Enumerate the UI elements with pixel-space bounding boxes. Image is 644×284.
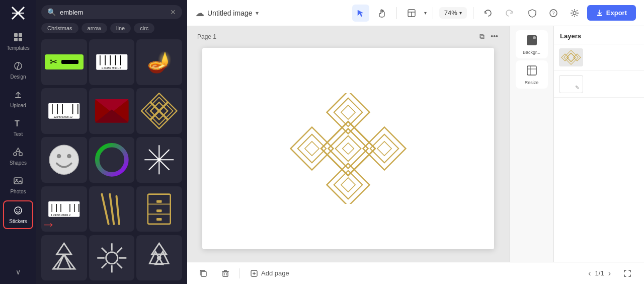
stickers-icon [13,205,23,217]
tag-line[interactable]: line [110,23,131,33]
grid-item-13[interactable] [41,235,87,281]
svg-point-87 [533,36,536,39]
sidebar-item-stickers-label: Stickers [9,219,27,224]
doc-title: Untitled image [207,9,253,17]
help-button[interactable]: ? [545,5,562,22]
shapes-icon [13,147,23,159]
layer-item-background[interactable]: ✎ [554,71,644,98]
svg-rect-13 [14,178,22,184]
svg-line-47 [116,196,119,224]
resize-tool-button[interactable]: Resize [516,60,548,89]
page-copy-icon[interactable]: ⧉ [478,31,486,42]
search-input[interactable] [60,9,166,16]
grid-item-1[interactable]: ✂ [41,39,87,85]
background-tool-label: Backgr... [523,50,540,55]
grid-item-3[interactable]: 🪔 [136,39,182,85]
grid-item-11[interactable] [89,186,135,232]
fullscreen-button[interactable] [619,265,636,282]
sidebar-collapse-chevron[interactable]: ∨ [12,264,25,280]
copy-page-button[interactable] [195,267,211,279]
background-tool-icon [526,34,538,49]
sidebar-item-templates[interactable]: Templates [3,28,33,55]
grid-item-12[interactable] [136,186,182,232]
grid-item-8[interactable] [89,137,135,183]
canvas[interactable] [202,48,494,249]
clear-search-icon[interactable]: ✕ [170,8,176,16]
svg-marker-59 [152,243,167,254]
zoom-control[interactable]: 74% ▾ [439,7,467,19]
svg-text:||||| ||| |||: ||||| ||| ||| [97,54,130,65]
add-page-button[interactable]: Add page [246,267,293,279]
tag-christmas[interactable]: Christmas [41,23,78,33]
next-page-button[interactable]: › [608,269,611,278]
svg-rect-3 [14,33,18,37]
page-nav: ‹ 1/1 › [588,269,611,278]
svg-point-35 [67,154,71,159]
page-label: Page 1 [197,33,216,40]
svg-text:✎: ✎ [575,85,579,90]
sidebar-item-design[interactable]: Design [3,57,33,84]
svg-rect-76 [305,141,319,155]
sidebar-item-shapes[interactable]: Shapes [3,143,33,170]
page-count: 1/1 [595,269,604,277]
zoom-chevron: ▾ [459,10,462,16]
sidebar-item-photos-label: Photos [10,189,26,194]
toolbar-divider-2 [433,7,433,19]
templates-icon [13,32,23,44]
svg-rect-97 [201,271,206,276]
grid-item-2[interactable]: ||||| ||| ||| 1 23456 78901 2 [89,39,135,85]
undo-button[interactable] [479,5,497,22]
delete-page-button[interactable] [217,267,233,279]
bottom-bar: Add page ‹ 1/1 › [187,262,644,284]
sidebar-item-shapes-label: Shapes [10,160,27,166]
sidebar-item-text-label: Text [14,131,23,137]
grid-item-6[interactable] [136,88,182,134]
shield-button[interactable] [524,5,541,22]
layer-item-emblem[interactable] [554,44,644,71]
grid-item-15[interactable] [136,235,182,281]
grid-item-10[interactable]: ||| ||| |||| 1 23456 78901 2 [41,186,87,232]
export-button[interactable]: Export [587,5,636,21]
svg-rect-53 [156,218,162,221]
redo-button[interactable] [501,5,518,22]
svg-point-41 [158,159,161,162]
settings-button[interactable] [566,5,583,22]
background-tool-button[interactable]: Backgr... [516,30,548,58]
sidebar-item-text[interactable]: T Text [3,114,33,141]
zoom-value: 74% [444,9,457,17]
select-tool-button[interactable] [352,5,369,22]
svg-marker-55 [53,254,64,269]
svg-rect-70 [321,121,375,175]
search-results-grid: ✂ ||||| ||| ||| 1 23456 78901 2 🪔 ||| ||… [36,37,187,284]
svg-point-36 [97,146,126,175]
page-area: Page 1 ⧉ ••• [187,26,509,262]
layout-tool-chevron[interactable]: ▾ [424,10,427,16]
grid-item-4[interactable]: ||| || |||| 12345 67890 12 [41,88,87,134]
text-icon: T [13,118,23,130]
layout-tool-button[interactable] [403,5,420,22]
tag-circle[interactable]: circ [134,23,154,33]
grid-item-5[interactable] [89,88,135,134]
svg-rect-82 [341,105,355,119]
sidebar-item-photos[interactable]: Photos [3,172,33,198]
svg-marker-54 [57,243,71,254]
svg-rect-80 [327,93,370,133]
svg-point-15 [15,207,22,214]
tag-arrow[interactable]: arrow [82,23,108,33]
grid-item-9[interactable] [136,137,182,183]
hand-tool-button[interactable] [373,5,390,22]
sidebar-item-stickers[interactable]: Stickers [3,200,33,229]
sidebar-item-upload[interactable]: Upload [3,86,33,112]
sidebar-item-upload-label: Upload [10,103,26,108]
grid-item-14[interactable] [89,235,135,281]
layers-title: Layers [554,26,644,44]
svg-rect-5 [14,38,18,41]
prev-page-button[interactable]: ‹ [588,269,591,278]
page-more-icon[interactable]: ••• [490,31,499,42]
svg-rect-11 [19,153,22,156]
grid-item-7[interactable] [41,137,87,183]
svg-rect-6 [19,38,22,41]
svg-rect-74 [291,127,334,170]
doc-title-chevron[interactable]: ▾ [256,10,259,17]
svg-text:1 23456 78901 2: 1 23456 78901 2 [51,213,70,216]
